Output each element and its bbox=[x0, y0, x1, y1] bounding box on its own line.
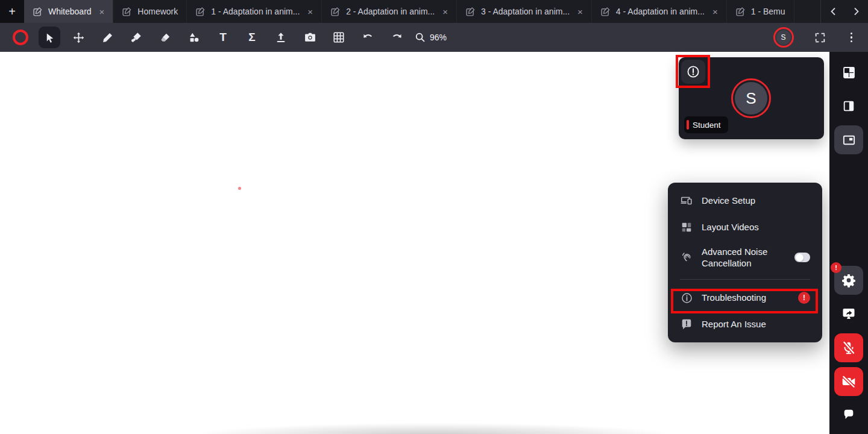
student-video-tile[interactable]: S Student bbox=[679, 57, 824, 139]
layout-grid-button[interactable] bbox=[835, 59, 862, 86]
participant-name: Student bbox=[693, 121, 721, 130]
pointer-icon bbox=[44, 32, 55, 43]
tab-adaptation-3[interactable]: 3 - Adaptation in anim... × bbox=[457, 0, 592, 23]
menu-item-device-setup[interactable]: Device Setup bbox=[668, 187, 822, 214]
pointer-tool-button[interactable] bbox=[39, 27, 60, 48]
picture-in-picture-icon bbox=[842, 133, 856, 147]
chat-bubble-icon bbox=[842, 408, 855, 421]
menu-item-report-issue[interactable]: Report An Issue bbox=[668, 311, 822, 338]
tab-label: Whiteboard bbox=[48, 7, 92, 16]
avatar-initial: S bbox=[776, 30, 791, 45]
menu-item-label: Layout Videos bbox=[702, 221, 810, 233]
tabs-strip: Whiteboard × Homework 1 - Adaptation in … bbox=[24, 0, 820, 23]
camera-off-icon bbox=[841, 374, 857, 389]
menu-item-label: Device Setup bbox=[702, 195, 810, 207]
settings-alert-badge: ! bbox=[831, 262, 841, 273]
close-tab-icon[interactable]: × bbox=[577, 7, 583, 16]
grid-tool-button[interactable] bbox=[328, 27, 350, 48]
settings-menu: Device Setup Layout Videos Advanced Nois… bbox=[668, 183, 822, 342]
microphone-mute-button[interactable] bbox=[834, 333, 863, 362]
fullscreen-icon bbox=[814, 32, 826, 43]
microphone-off-icon bbox=[841, 340, 857, 356]
scroll-tabs-right-button[interactable] bbox=[844, 0, 868, 23]
tab-adaptation-2[interactable]: 2 - Adaptation in anim... × bbox=[322, 0, 457, 23]
toolbar-right-group: S bbox=[773, 27, 857, 48]
move-tool-button[interactable] bbox=[68, 27, 89, 48]
menu-item-label: Troubleshooting bbox=[702, 292, 790, 304]
text-tool-button[interactable]: T bbox=[212, 27, 234, 48]
tab-label: 1 - Bemu bbox=[751, 7, 785, 16]
menu-item-layout-videos[interactable]: Layout Videos bbox=[668, 214, 822, 241]
participant-name-badge: Student bbox=[684, 116, 728, 133]
redo-icon bbox=[391, 31, 403, 44]
add-tab-button[interactable]: + bbox=[0, 0, 24, 23]
user-avatar-button[interactable]: S bbox=[773, 27, 794, 48]
menu-item-label: Advanced Noise Cancellation bbox=[702, 246, 786, 269]
tab-label: 4 - Adaptation in anim... bbox=[616, 7, 705, 16]
kebab-icon bbox=[851, 33, 853, 35]
tab-label: 1 - Adaptation in anim... bbox=[211, 7, 300, 16]
edit-document-icon bbox=[330, 7, 341, 17]
noise-cancellation-toggle[interactable] bbox=[794, 253, 810, 262]
chevron-right-icon bbox=[853, 7, 860, 16]
fullscreen-button[interactable] bbox=[810, 27, 831, 48]
tab-homework[interactable]: Homework bbox=[113, 0, 187, 23]
move-icon bbox=[72, 31, 85, 44]
ink-mark bbox=[238, 187, 241, 190]
menu-item-troubleshooting[interactable]: Troubleshooting ! bbox=[668, 285, 822, 311]
zoom-control[interactable]: 96% bbox=[415, 32, 447, 43]
record-icon bbox=[13, 30, 28, 45]
connection-alert-button[interactable] bbox=[681, 60, 705, 84]
scroll-tabs-left-button[interactable] bbox=[821, 0, 844, 23]
device-setup-icon bbox=[680, 194, 693, 207]
eraser-tool-button[interactable] bbox=[154, 27, 176, 48]
tab-whiteboard[interactable]: Whiteboard × bbox=[24, 0, 113, 23]
tab-scroll-controls bbox=[820, 0, 868, 23]
marker-icon bbox=[130, 31, 142, 43]
record-button[interactable] bbox=[10, 27, 31, 48]
upload-icon bbox=[275, 31, 287, 43]
close-tab-icon[interactable]: × bbox=[442, 7, 448, 16]
tab-adaptation-1[interactable]: 1 - Adaptation in anim... × bbox=[187, 0, 322, 23]
undo-button[interactable] bbox=[357, 27, 379, 48]
participant-avatar: S bbox=[735, 82, 767, 115]
chat-button[interactable] bbox=[835, 401, 862, 428]
menu-item-noise-cancellation[interactable]: Advanced Noise Cancellation bbox=[668, 241, 822, 274]
shapes-tool-button[interactable] bbox=[183, 27, 205, 48]
upload-button[interactable] bbox=[270, 27, 292, 48]
tab-bemu[interactable]: 1 - Bemu bbox=[727, 0, 794, 23]
shapes-icon bbox=[188, 31, 200, 43]
edit-document-icon bbox=[33, 7, 43, 17]
marker-tool-button[interactable] bbox=[125, 27, 147, 48]
gear-icon bbox=[841, 273, 856, 288]
menu-item-label: Report An Issue bbox=[702, 318, 810, 330]
audio-level-icon bbox=[687, 120, 689, 130]
tab-adaptation-4[interactable]: 4 - Adaptation in anim... × bbox=[592, 0, 727, 23]
layout-pip-button[interactable] bbox=[834, 125, 863, 154]
close-tab-icon[interactable]: × bbox=[307, 7, 313, 16]
edit-document-icon bbox=[600, 7, 611, 17]
layout-videos-icon bbox=[680, 221, 693, 233]
close-tab-icon[interactable]: × bbox=[99, 7, 105, 16]
grid-icon bbox=[333, 31, 345, 43]
page-edge-shadow bbox=[199, 423, 669, 434]
more-options-button[interactable] bbox=[847, 29, 857, 46]
camera-snapshot-button[interactable] bbox=[299, 27, 321, 48]
close-tab-icon[interactable]: × bbox=[712, 7, 718, 16]
camera-mute-button[interactable] bbox=[834, 367, 863, 396]
noise-cancellation-icon bbox=[680, 251, 693, 264]
redo-button[interactable] bbox=[386, 27, 407, 48]
pen-tool-button[interactable] bbox=[96, 27, 118, 48]
speaking-indicator-ring: S bbox=[731, 78, 771, 118]
grid-layout-icon bbox=[842, 66, 856, 80]
screenshare-icon bbox=[841, 306, 856, 321]
equation-tool-button[interactable]: Σ bbox=[241, 27, 263, 48]
call-controls-sidebar: ! bbox=[829, 52, 868, 434]
layout-sidebar-button[interactable] bbox=[835, 93, 862, 119]
settings-button[interactable]: ! bbox=[834, 266, 863, 295]
edit-document-icon bbox=[735, 7, 746, 17]
screenshare-button[interactable] bbox=[835, 300, 862, 327]
undo-icon bbox=[362, 31, 374, 44]
troubleshooting-alert-badge: ! bbox=[798, 292, 810, 304]
edit-document-icon bbox=[195, 7, 206, 17]
